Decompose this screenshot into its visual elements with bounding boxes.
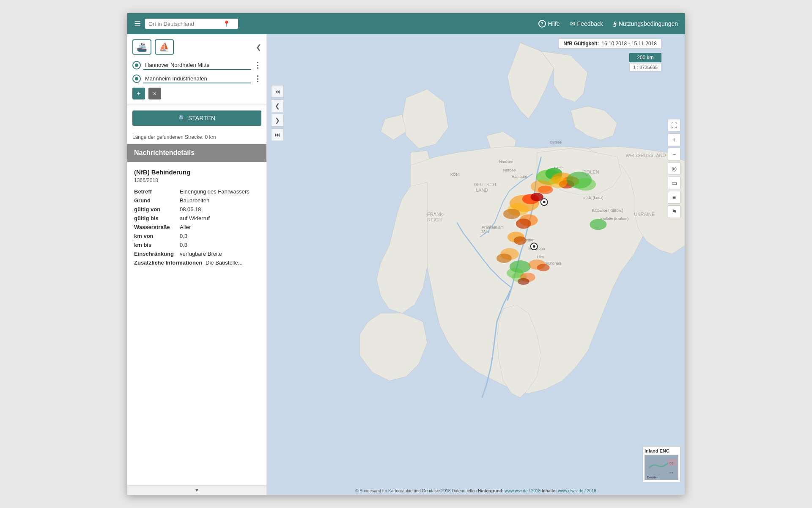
waypoint-origin-icon	[132, 61, 141, 69]
svg-point-47	[497, 254, 512, 263]
detail-row-gueltig-bis: gültig bis auf Widerruf	[134, 215, 260, 221]
detail-type: (NfB) Behinderung	[134, 168, 260, 176]
waypoint-dest-icon	[132, 75, 141, 83]
svg-point-51	[518, 278, 529, 285]
waypoint-row-1: ⋮	[132, 61, 261, 70]
nav-first-button[interactable]: ⏮	[271, 85, 284, 98]
start-route-button[interactable]: 🔍 STARTEN	[132, 110, 261, 126]
details-section: (NfB) Behinderung 1366/2018 Betreff Eine…	[127, 162, 266, 275]
nachrichtendetails-header: Nachrichtendetails	[127, 144, 266, 162]
detail-value-grund: Bauarbeiten	[180, 197, 209, 204]
nav-controls: ⏮ ❮ ❯ ⏭	[271, 85, 284, 141]
nav-last-button[interactable]: ⏭	[271, 128, 284, 141]
sailboat-icon: ⛵	[159, 42, 170, 52]
action-buttons: + ×	[132, 88, 261, 99]
transport-ship-button[interactable]: 🚢	[132, 39, 151, 55]
app-header: ☰ 📍 ? Hilfe ✉ Feedback § Nutzungsbedingu…	[127, 13, 685, 34]
detail-label-gueltig-von: gültig von	[134, 206, 176, 213]
svg-text:Kraków (Krakau): Kraków (Krakau)	[600, 217, 628, 221]
sidebar: 🚢 ⛵ ❮ ⋮ ⋮	[127, 34, 267, 495]
help-icon: ?	[538, 20, 546, 28]
fullscreen-button[interactable]: ⛶	[668, 119, 680, 132]
hamburger-icon[interactable]: ☰	[134, 19, 141, 28]
detail-value-km-von: 0,3	[180, 233, 187, 239]
detail-label-einschraenkung: Einschränkung	[134, 251, 176, 257]
svg-text:München: München	[546, 261, 561, 265]
nfb-dates: 16.10.2018 - 15.11.2018	[601, 41, 657, 47]
waypoint-origin-input[interactable]	[143, 61, 251, 70]
svg-text:56: 56	[669, 461, 673, 465]
detail-value-wasserstrasse: Aller	[180, 224, 191, 230]
nav-next-button[interactable]: ❯	[271, 114, 284, 127]
svg-text:KÖNI: KÖNI	[450, 172, 460, 177]
location-target-button[interactable]: ◎	[668, 162, 680, 175]
detail-row-grund: Grund Bauarbeiten	[134, 197, 260, 204]
sidebar-scroll-down[interactable]: ▼	[127, 485, 266, 495]
waypoint-more-icon[interactable]: ⋮	[254, 61, 261, 70]
detail-row-einschraenkung: Einschränkung verfügbare Breite	[134, 251, 260, 257]
map-area[interactable]: DEUTSCH- LAND POLEN WEISSRUSSLAND UKRAIN…	[267, 34, 685, 495]
svg-text:Frankfurt am: Frankfurt am	[482, 225, 504, 229]
clear-waypoints-button[interactable]: ×	[148, 88, 161, 99]
detail-label-grund: Grund	[134, 197, 176, 204]
detail-label-km-von: km von	[134, 233, 176, 239]
search-icon: 🔍	[178, 115, 186, 121]
svg-text:Nordsee: Nordsee	[499, 160, 513, 164]
detail-value-km-bis: 0,8	[180, 242, 187, 248]
search-input[interactable]	[148, 21, 220, 27]
detail-label-betreff: Betreff	[134, 188, 176, 195]
map-scale-controls: 200 km 1 : 8735665	[629, 53, 661, 72]
feedback-mail-icon: ✉	[570, 20, 575, 27]
svg-text:Hamburg: Hamburg	[512, 174, 527, 179]
svg-text:LAND: LAND	[476, 188, 488, 193]
fullscreen-icon: ⛶	[671, 122, 677, 129]
route-length: Länge der gefundenen Strecke: 0 km	[127, 131, 266, 144]
footer-hintergrund-link[interactable]: www.wsv.de / 2018	[505, 489, 540, 493]
header-left: ☰ 📍	[134, 19, 238, 29]
scale-button[interactable]: 200 km	[629, 53, 661, 62]
svg-point-27	[503, 209, 520, 219]
list-icon: ≡	[672, 194, 676, 201]
zoom-in-button[interactable]: +	[668, 133, 680, 146]
svg-point-37	[516, 218, 531, 229]
svg-point-35	[538, 185, 553, 194]
add-waypoint-button[interactable]: +	[132, 88, 145, 99]
svg-text:REICH: REICH	[427, 217, 442, 222]
list-button[interactable]: ≡	[668, 191, 680, 204]
inland-enc-title: Inland ENC	[645, 448, 678, 453]
map-background: DEUTSCH- LAND POLEN WEISSRUSSLAND UKRAIN…	[267, 34, 685, 495]
detail-label-km-bis: km bis	[134, 242, 176, 248]
transport-sailboat-button[interactable]: ⛵	[155, 39, 174, 55]
inland-enc-thumbnail: 56 55 Dresden	[645, 455, 678, 480]
svg-text:55: 55	[669, 471, 673, 475]
svg-text:Katowice (Kattow.): Katowice (Kattow.)	[592, 208, 623, 213]
detail-value-gueltig-bis: auf Widerruf	[180, 215, 210, 221]
detail-value-gueltig-von: 08.06.18	[180, 206, 201, 213]
nfb-label: NfB Gültigkeit:	[563, 41, 599, 47]
help-link[interactable]: ? Hilfe	[538, 20, 560, 28]
svg-text:Ostsee: Ostsee	[550, 140, 562, 144]
waypoint-dest-input[interactable]	[143, 75, 251, 83]
svg-point-39	[514, 236, 527, 245]
zoom-out-icon: −	[672, 151, 676, 157]
svg-point-41	[575, 178, 596, 190]
square-icon: ▭	[672, 179, 677, 186]
nav-prev-button[interactable]: ❮	[271, 99, 284, 112]
flag-button[interactable]: ⚑	[668, 205, 680, 218]
detail-label-gueltig-bis: gültig bis	[134, 215, 176, 221]
search-box: 📍	[145, 19, 238, 29]
detail-value-betreff: Einengung des Fahrwassers	[180, 188, 250, 195]
detail-row-km-bis: km bis 0,8	[134, 242, 260, 248]
square-button[interactable]: ▭	[668, 177, 680, 189]
scale-ratio: 1 : 8735665	[629, 63, 661, 72]
terms-link[interactable]: § Nutzungsbedingungen	[613, 20, 678, 27]
ship-icon: 🚢	[137, 42, 147, 52]
svg-text:FRANK-: FRANK-	[427, 212, 444, 217]
footer-inhalte-link[interactable]: www.elwis.de / 2018	[558, 489, 596, 493]
feedback-link[interactable]: ✉ Feedback	[570, 20, 603, 27]
svg-text:Ulm: Ulm	[537, 255, 544, 259]
zoom-out-button[interactable]: −	[668, 148, 680, 160]
waypoint-dest-more-icon[interactable]: ⋮	[254, 74, 261, 83]
zoom-in-icon: +	[672, 136, 676, 143]
sidebar-collapse-button[interactable]: ❮	[256, 43, 261, 51]
